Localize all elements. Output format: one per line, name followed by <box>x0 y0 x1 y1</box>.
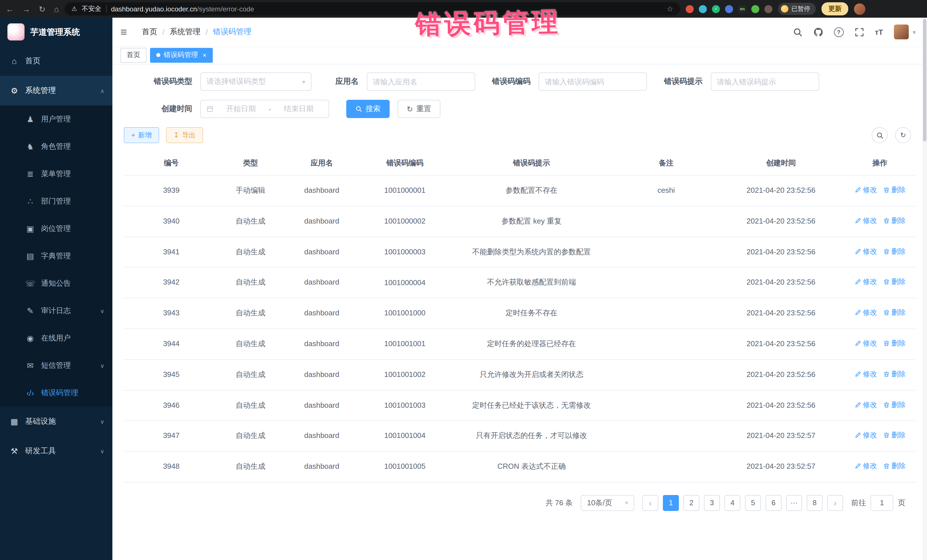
delete-link[interactable]: 删除 <box>883 369 906 380</box>
page-button-4[interactable]: 4 <box>725 495 740 511</box>
sidebar-item-user[interactable]: ♟用户管理 <box>0 106 112 133</box>
ext-record-icon[interactable] <box>686 5 694 13</box>
github-icon[interactable] <box>813 27 823 37</box>
goto-page-input[interactable] <box>871 495 894 511</box>
sidebar-item-sms[interactable]: ✉短信管理∨ <box>0 352 112 379</box>
sidebar-item-errorcode[interactable]: ‹/›错误码管理 <box>0 379 112 407</box>
address-bar[interactable]: ⚠ 不安全 dashboard.yudao.iocoder.cn/system/… <box>64 2 680 15</box>
reset-button[interactable]: ↻ 重置 <box>398 100 441 118</box>
edit-link[interactable]: 修改 <box>854 369 877 380</box>
delete-link[interactable]: 删除 <box>883 246 906 257</box>
delete-link[interactable]: 删除 <box>883 460 906 472</box>
edit-link[interactable]: 修改 <box>854 399 877 410</box>
close-icon[interactable]: × <box>202 51 207 59</box>
edit-link[interactable]: 修改 <box>854 184 877 196</box>
delete-link[interactable]: 删除 <box>883 307 906 318</box>
reload-icon[interactable]: ↻ <box>39 4 46 14</box>
app-name-input[interactable] <box>366 73 475 91</box>
fullscreen-icon[interactable] <box>854 27 864 37</box>
browser-profile-avatar[interactable] <box>854 3 865 15</box>
edit-link[interactable]: 修改 <box>854 430 877 441</box>
breadcrumb-system[interactable]: 系统管理 <box>170 27 201 37</box>
date-range-picker[interactable]: 开始日期 - 结束日期 <box>200 100 329 118</box>
column-header: 备注 <box>615 151 718 175</box>
export-button[interactable]: ↧ 导出 <box>166 127 203 143</box>
cell-operations: 修改删除 <box>844 237 916 267</box>
page-buttons: ‹123456···8› <box>642 495 843 511</box>
error-type-select[interactable]: 请选择错误码类型 ▾ <box>200 73 312 91</box>
sidebar-item-post[interactable]: ▣岗位管理 <box>0 215 112 242</box>
toggle-search-button[interactable] <box>872 127 887 143</box>
sidebar-item-infra[interactable]: ▦基础设施∨ <box>0 407 112 436</box>
scrollbar-thumb[interactable] <box>923 19 926 141</box>
sidebar-item-online[interactable]: ◉在线用户 <box>0 325 112 352</box>
more-pages-button[interactable]: ··· <box>786 495 802 511</box>
back-icon[interactable]: ← <box>6 4 14 14</box>
sidebar-item-auditlog[interactable]: ✎审计日志∨ <box>0 297 112 325</box>
tab-label: 错误码管理 <box>164 50 198 60</box>
sidebar: 芋道管理系统 ⌂首页⚙系统管理∧♟用户管理♞角色管理≣菜单管理∴部门管理▣岗位管… <box>0 18 112 560</box>
delete-link[interactable]: 删除 <box>883 338 906 349</box>
tab-错误码管理[interactable]: 错误码管理× <box>150 48 213 62</box>
edit-link[interactable]: 修改 <box>854 307 877 318</box>
ext-leaf-icon[interactable] <box>751 5 759 13</box>
ext-pin-icon[interactable] <box>764 5 772 13</box>
table-body: 3939手动编辑dashboard1001000001参数配置不存在ceshi2… <box>124 175 916 482</box>
sidebar-item-home[interactable]: ⌂首页 <box>0 46 112 76</box>
sidebar-item-menu[interactable]: ≣菜单管理 <box>0 160 112 188</box>
error-hint-input[interactable] <box>711 73 819 91</box>
prev-page-button[interactable]: ‹ <box>642 495 658 511</box>
cell-time: 2021-04-20 23:52:57 <box>718 451 844 482</box>
bookmark-star-icon[interactable]: ☆ <box>667 5 673 13</box>
cell-remark: ceshi <box>615 175 718 206</box>
refresh-table-button[interactable]: ↻ <box>895 127 911 143</box>
window-scrollbar[interactable] <box>922 18 927 560</box>
delete-link[interactable]: 删除 <box>883 430 906 441</box>
page-button-6[interactable]: 6 <box>766 495 781 511</box>
sidebar-item-tools[interactable]: ⚒研发工具∨ <box>0 436 112 466</box>
hamburger-icon[interactable]: ≡ <box>120 25 127 38</box>
delete-link[interactable]: 删除 <box>883 276 906 288</box>
ext-check-icon[interactable]: ✓ <box>712 5 720 13</box>
page-button-3[interactable]: 3 <box>704 495 720 511</box>
user-avatar[interactable] <box>894 24 909 39</box>
edit-link[interactable]: 修改 <box>854 460 877 472</box>
tab-首页[interactable]: 首页 <box>120 48 147 62</box>
forward-icon[interactable]: → <box>22 4 30 14</box>
update-button[interactable]: 更新 <box>821 2 848 15</box>
sidebar-item-role[interactable]: ♞角色管理 <box>0 133 112 160</box>
ext-drop-icon[interactable] <box>699 5 707 13</box>
add-button[interactable]: + 新增 <box>124 127 159 143</box>
page-button-1[interactable]: 1 <box>663 495 679 511</box>
paused-badge[interactable]: 已暂停 <box>778 3 816 15</box>
breadcrumb: 首页 / 系统管理 / 错误码管理 <box>142 27 251 37</box>
tab-active-dot <box>156 53 160 57</box>
sidebar-item-notice[interactable]: ☏通知公告 <box>0 270 112 297</box>
error-code-input[interactable] <box>538 73 647 91</box>
next-page-button[interactable]: › <box>827 495 843 511</box>
breadcrumb-home[interactable]: 首页 <box>142 27 157 37</box>
ext-onetab-icon[interactable]: on <box>738 5 746 13</box>
page-size-select[interactable]: 10条/页 ▾ <box>581 495 634 511</box>
page-button-2[interactable]: 2 <box>684 495 699 511</box>
edit-link[interactable]: 修改 <box>854 246 877 257</box>
delete-link[interactable]: 删除 <box>883 215 906 226</box>
font-size-icon[interactable]: тT <box>875 28 883 36</box>
page-button-5[interactable]: 5 <box>745 495 761 511</box>
caret-down-icon[interactable]: ▾ <box>913 29 916 35</box>
sidebar-item-dict[interactable]: ▤字典管理 <box>0 242 112 270</box>
help-icon[interactable]: ? <box>834 27 843 37</box>
edit-link[interactable]: 修改 <box>854 338 877 349</box>
edit-link[interactable]: 修改 <box>854 215 877 226</box>
sidebar-item-dept[interactable]: ∴部门管理 <box>0 188 112 215</box>
ext-stats-icon[interactable] <box>725 5 733 13</box>
delete-link[interactable]: 删除 <box>883 184 906 196</box>
search-icon[interactable] <box>793 27 802 37</box>
search-button[interactable]: 搜索 <box>346 100 390 118</box>
edit-link[interactable]: 修改 <box>854 276 877 288</box>
cell-app: dashboard <box>282 451 362 482</box>
browser-home-icon[interactable]: ⌂ <box>54 4 59 14</box>
page-button-8[interactable]: 8 <box>807 495 823 511</box>
sidebar-item-system[interactable]: ⚙系统管理∧ <box>0 76 112 106</box>
delete-link[interactable]: 删除 <box>883 399 906 410</box>
